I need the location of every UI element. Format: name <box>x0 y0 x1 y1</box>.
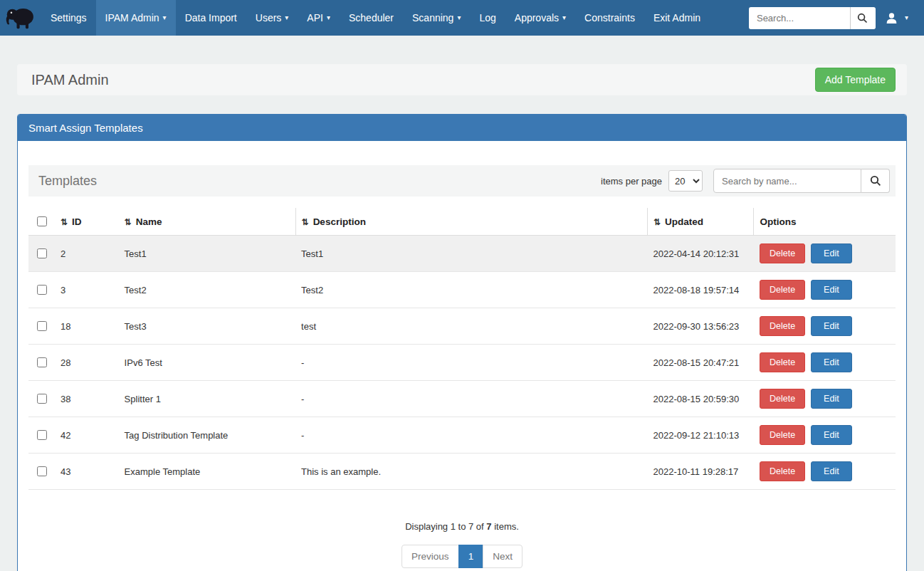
row-description: This is an example. <box>295 454 647 490</box>
row-name: Test1 <box>119 236 295 272</box>
nav-item-label: Settings <box>51 12 87 23</box>
row-name: Example Template <box>119 454 295 490</box>
delete-button[interactable]: Delete <box>760 352 805 372</box>
row-description: - <box>295 345 647 381</box>
row-updated: 2022-10-11 19:28:17 <box>648 454 754 490</box>
row-options: DeleteEdit <box>754 417 896 454</box>
column-header-id[interactable]: ⇅ID <box>55 208 119 236</box>
row-description: - <box>295 417 647 454</box>
nav-item-users[interactable]: Users▾ <box>246 0 298 36</box>
navbar-menu: SettingsIPAM Admin▾Data ImportUsers▾API▾… <box>41 0 710 36</box>
phpipam-elephant-logo[interactable] <box>0 0 41 36</box>
row-description: Test1 <box>295 236 647 272</box>
nav-item-ipam-admin[interactable]: IPAM Admin▾ <box>96 0 176 36</box>
nav-item-label: Scanning <box>412 12 453 23</box>
edit-button[interactable]: Edit <box>811 280 852 300</box>
sort-icon[interactable]: ⇅ <box>125 217 132 227</box>
row-name: Tag Distribution Template <box>119 417 295 454</box>
row-checkbox[interactable] <box>37 430 47 440</box>
row-name: IPv6 Test <box>119 345 295 381</box>
delete-button[interactable]: Delete <box>760 316 805 336</box>
row-checkbox[interactable] <box>37 248 47 258</box>
caret-down-icon: ▾ <box>327 14 330 21</box>
nav-item-exit-admin[interactable]: Exit Admin <box>644 0 710 36</box>
delete-button[interactable]: Delete <box>760 280 805 300</box>
nav-item-settings[interactable]: Settings <box>41 0 96 36</box>
select-all-checkbox[interactable] <box>37 216 47 226</box>
row-checkbox[interactable] <box>37 321 47 331</box>
navbar-right: ▾ <box>749 0 924 36</box>
navbar-search-button[interactable] <box>850 7 876 29</box>
nav-item-scheduler[interactable]: Scheduler <box>340 0 403 36</box>
table-row: 38Splitter 1-2022-08-15 20:59:30DeleteEd… <box>28 381 896 417</box>
table-row: 2Test1Test12022-04-14 20:12:31DeleteEdit <box>28 236 896 272</box>
nav-item-label: Scheduler <box>349 12 394 23</box>
table-row: 28IPv6 Test-2022-08-15 20:47:21DeleteEdi… <box>28 345 896 381</box>
templates-table-body: 2Test1Test12022-04-14 20:12:31DeleteEdit… <box>28 236 896 490</box>
delete-button[interactable]: Delete <box>760 389 805 409</box>
sort-icon[interactable]: ⇅ <box>653 217 661 227</box>
table-row: 3Test2Test22022-08-18 19:57:14DeleteEdit <box>28 272 896 308</box>
delete-button[interactable]: Delete <box>760 425 805 445</box>
caret-down-icon: ▾ <box>562 14 566 21</box>
table-search-button[interactable] <box>861 169 890 193</box>
items-per-page-select[interactable]: 20 <box>668 170 703 192</box>
row-description: test <box>295 308 647 345</box>
sort-icon[interactable]: ⇅ <box>61 217 68 227</box>
row-options: DeleteEdit <box>754 381 896 417</box>
row-checkbox[interactable] <box>37 466 47 476</box>
row-updated: 2022-08-18 19:57:14 <box>648 272 754 308</box>
templates-table: ⇅ID ⇅Name ⇅Description ⇅Updated Options <box>28 208 896 490</box>
page-content: IPAM Admin Add Template Smart Assign Tem… <box>0 36 924 571</box>
add-template-button[interactable]: Add Template <box>815 68 896 92</box>
pagination: Previous 1 Next <box>401 545 523 568</box>
table-search-input[interactable] <box>713 169 861 193</box>
nav-item-scanning[interactable]: Scanning▾ <box>403 0 470 36</box>
row-name: Test2 <box>119 272 295 308</box>
row-checkbox[interactable] <box>37 357 47 367</box>
row-description: - <box>295 381 647 417</box>
edit-button[interactable]: Edit <box>811 425 852 445</box>
nav-item-constraints[interactable]: Constraints <box>575 0 644 36</box>
pagination-previous[interactable]: Previous <box>401 545 459 568</box>
panel-body: Templates items per page 20 <box>18 141 906 571</box>
column-header-name[interactable]: ⇅Name <box>119 208 295 236</box>
edit-button[interactable]: Edit <box>811 389 852 409</box>
delete-button[interactable]: Delete <box>760 243 805 263</box>
row-name: Splitter 1 <box>119 381 295 417</box>
delete-button[interactable]: Delete <box>760 461 805 481</box>
row-id: 42 <box>55 417 119 454</box>
caret-down-icon: ▾ <box>905 14 908 21</box>
edit-button[interactable]: Edit <box>811 461 852 481</box>
edit-button[interactable]: Edit <box>811 243 852 263</box>
nav-item-api[interactable]: API▾ <box>298 0 340 36</box>
column-header-options: Options <box>754 208 896 236</box>
edit-button[interactable]: Edit <box>811 352 852 372</box>
row-name: Test3 <box>119 308 295 345</box>
column-header-description[interactable]: ⇅Description <box>295 208 647 236</box>
nav-item-label: Approvals <box>515 12 559 23</box>
elephant-icon <box>5 4 36 31</box>
row-updated: 2022-04-14 20:12:31 <box>648 236 754 272</box>
navbar-search-input[interactable] <box>749 7 850 29</box>
nav-item-approvals[interactable]: Approvals▾ <box>505 0 575 36</box>
nav-item-log[interactable]: Log <box>470 0 505 36</box>
row-checkbox[interactable] <box>37 285 47 295</box>
row-updated: 2022-08-15 20:59:30 <box>648 381 754 417</box>
sort-icon[interactable]: ⇅ <box>302 217 309 227</box>
table-row: 18Test3test2022-09-30 13:56:23DeleteEdit <box>28 308 896 345</box>
edit-button[interactable]: Edit <box>811 316 852 336</box>
user-menu[interactable]: ▾ <box>876 12 918 24</box>
pagination-next[interactable]: Next <box>483 545 523 568</box>
row-id: 28 <box>55 345 119 381</box>
panel-title: Smart Assign Templates <box>18 115 906 141</box>
nav-item-data-import[interactable]: Data Import <box>176 0 246 36</box>
templates-toolbar: Templates items per page 20 <box>28 165 896 197</box>
user-icon <box>886 12 898 24</box>
row-checkbox[interactable] <box>37 394 47 404</box>
search-icon <box>870 175 881 187</box>
pagination-page-1[interactable]: 1 <box>458 545 484 568</box>
row-options: DeleteEdit <box>754 345 896 381</box>
row-description: Test2 <box>295 272 647 308</box>
column-header-updated[interactable]: ⇅Updated <box>648 208 754 236</box>
